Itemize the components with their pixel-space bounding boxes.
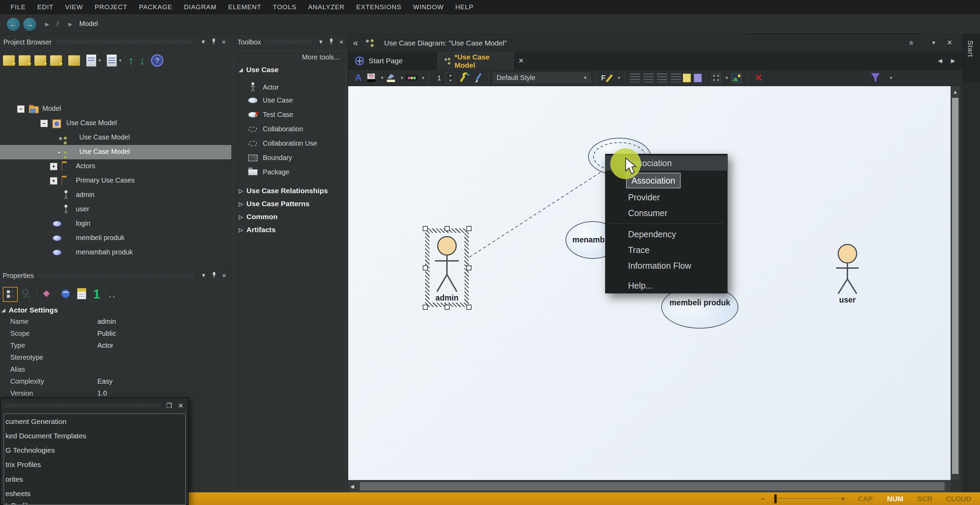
- panel-menu-arrow-icon[interactable]: ▼: [199, 272, 209, 279]
- tree-row-use-case-diagram[interactable]: ✱ Use Case Model: [0, 131, 231, 145]
- scroll-up-icon[interactable]: ▲: [951, 86, 959, 95]
- close-icon[interactable]: ✕: [336, 39, 347, 45]
- fill-color-icon[interactable]: [367, 73, 377, 83]
- caption-menu-arrow-icon[interactable]: ▼: [931, 40, 936, 45]
- toolbox-item-use-case[interactable]: Use Case: [245, 96, 293, 104]
- menu-tools[interactable]: TOOLS: [267, 3, 302, 11]
- tree-row-model[interactable]: − Model: [0, 102, 231, 116]
- new-project-icon[interactable]: ✦: [3, 55, 15, 66]
- tab-scroll-right-icon[interactable]: ▶: [951, 57, 955, 64]
- user-actor-figure[interactable]: [829, 241, 866, 295]
- tab-start-page[interactable]: Start Page: [350, 52, 408, 70]
- collapse-expander-icon[interactable]: −: [40, 119, 48, 127]
- popup-item[interactable]: trix Profiles: [5, 460, 41, 469]
- tab-scroll-left-icon[interactable]: ◀: [938, 57, 942, 64]
- close-icon[interactable]: ✕: [947, 39, 952, 46]
- new-element-icon[interactable]: ✦: [34, 55, 46, 66]
- properties-grid-icon[interactable]: [3, 287, 18, 302]
- style-combo[interactable]: Default Style ▼: [492, 72, 592, 84]
- close-icon[interactable]: ✕: [219, 39, 229, 45]
- dropdown-arrow-icon[interactable]: ▼: [98, 58, 102, 63]
- toolbox-item-test-case[interactable]: ✗ Test Case: [245, 111, 293, 119]
- menu-window[interactable]: WINDOW: [407, 3, 449, 11]
- menu-item-consumer[interactable]: Consumer: [606, 206, 728, 220]
- popup-item[interactable]: ked Document Templates: [5, 432, 86, 440]
- selection-handle[interactable]: [466, 226, 471, 231]
- apply-style-brush-icon[interactable]: [460, 72, 470, 84]
- format-painter-icon[interactable]: F: [601, 73, 613, 83]
- help-icon[interactable]: ?: [151, 54, 163, 67]
- menu-item-dependency[interactable]: Dependency: [606, 227, 728, 242]
- dropdown-arrow-icon[interactable]: ▼: [889, 76, 893, 80]
- version-one-icon[interactable]: 1: [93, 287, 100, 301]
- expand-expander-icon[interactable]: +: [50, 177, 57, 185]
- close-icon[interactable]: ✕: [175, 402, 186, 409]
- menu-edit[interactable]: EDIT: [32, 3, 59, 11]
- selection-handle[interactable]: [466, 265, 471, 271]
- more-dots-icon[interactable]: ..: [109, 289, 116, 300]
- pin-icon[interactable]: [209, 272, 219, 279]
- selection-handle[interactable]: [445, 305, 450, 310]
- selection-handle[interactable]: [466, 305, 471, 310]
- menu-item-information-flow[interactable]: Information Flow: [606, 258, 728, 273]
- actor-settings-header[interactable]: ◢ Actor Settings: [2, 306, 58, 314]
- expand-expander-icon[interactable]: +: [50, 163, 57, 170]
- filter-icon[interactable]: [870, 72, 881, 83]
- pin-icon[interactable]: [208, 38, 219, 46]
- menu-element[interactable]: ELEMENT: [223, 3, 267, 11]
- tree-row-actors-folder[interactable]: + Actors: [0, 159, 231, 174]
- menu-item-trace[interactable]: Trace: [606, 242, 728, 258]
- scroll-left-icon[interactable]: ◀: [350, 483, 354, 490]
- line-width-stepper[interactable]: ▲▼: [446, 72, 455, 84]
- pin-icon[interactable]: [326, 38, 336, 46]
- vertical-scrollbar[interactable]: ▲: [951, 86, 959, 480]
- toolbox-section-use-case-relationships[interactable]: ▷ Use Case Relationships: [239, 187, 328, 195]
- selection-handle[interactable]: [445, 226, 450, 231]
- stereotype-icon[interactable]: [43, 288, 55, 301]
- menu-file[interactable]: FILE: [5, 3, 32, 11]
- toolbox-item-boundary[interactable]: Boundary: [245, 154, 292, 162]
- menu-analyzer[interactable]: ANALYZER: [302, 3, 351, 11]
- space-evenly-icon[interactable]: [657, 73, 667, 83]
- menu-package[interactable]: PACKAGE: [133, 3, 178, 11]
- dropdown-arrow-icon[interactable]: ▼: [725, 76, 729, 80]
- popup-item[interactable]: cument Generation: [5, 417, 67, 426]
- selection-handle[interactable]: [423, 305, 428, 310]
- selection-handle[interactable]: [423, 265, 428, 271]
- toolbox-item-collaboration-use[interactable]: Collaboration Use: [245, 140, 317, 147]
- diagram-layout-icon[interactable]: [711, 73, 721, 83]
- document-list-icon[interactable]: [107, 54, 117, 67]
- edit-document-icon[interactable]: [86, 54, 96, 67]
- horizontal-scrollbar-thumb[interactable]: [360, 482, 945, 491]
- copy-icon[interactable]: [683, 73, 691, 83]
- toolbox-section-use-case[interactable]: ◢ Use Case: [239, 66, 278, 74]
- match-size-icon[interactable]: [671, 73, 681, 83]
- diagram-canvas[interactable]: menamb membeli produk admin: [348, 86, 951, 480]
- tab-start-vertical[interactable]: Start: [966, 40, 975, 57]
- paint-brush-icon[interactable]: [474, 72, 483, 84]
- menu-diagram[interactable]: DIAGRAM: [178, 3, 223, 11]
- tree-row-usecase-menambah[interactable]: menambah produk: [0, 245, 231, 260]
- toolbox-section-use-case-patterns[interactable]: ▷ Use Case Patterns: [239, 200, 310, 208]
- menu-extensions[interactable]: EXTENSIONS: [351, 3, 407, 11]
- color-swatches-icon[interactable]: [406, 74, 418, 82]
- toolbox-item-package[interactable]: Package: [245, 168, 290, 176]
- menu-view[interactable]: VIEW: [59, 3, 89, 11]
- move-down-icon[interactable]: ↓: [139, 56, 145, 66]
- empty-combo[interactable]: [766, 72, 862, 84]
- sphere-icon[interactable]: [60, 288, 71, 301]
- properties-alt-view-icon[interactable]: [21, 288, 34, 301]
- tree-row-usecase-membeli[interactable]: membeli produk: [0, 231, 231, 245]
- selection-handle[interactable]: [423, 226, 428, 231]
- dropdown-arrow-icon[interactable]: ▼: [400, 76, 404, 80]
- panel-menu-arrow-icon[interactable]: ▼: [198, 39, 208, 45]
- close-icon[interactable]: ✕: [219, 272, 229, 279]
- collapse-expander-icon[interactable]: −: [17, 105, 25, 113]
- menu-item-provider[interactable]: Provider: [606, 190, 728, 205]
- align-left-icon[interactable]: [630, 73, 640, 83]
- zoom-in-button[interactable]: +: [841, 495, 845, 503]
- tree-row-actor-admin[interactable]: admin: [0, 188, 231, 202]
- tree-row-use-case-diagram-selected[interactable]: Use Case Model: [0, 145, 231, 159]
- forward-button[interactable]: →: [23, 18, 36, 31]
- font-color-icon[interactable]: A: [355, 72, 362, 83]
